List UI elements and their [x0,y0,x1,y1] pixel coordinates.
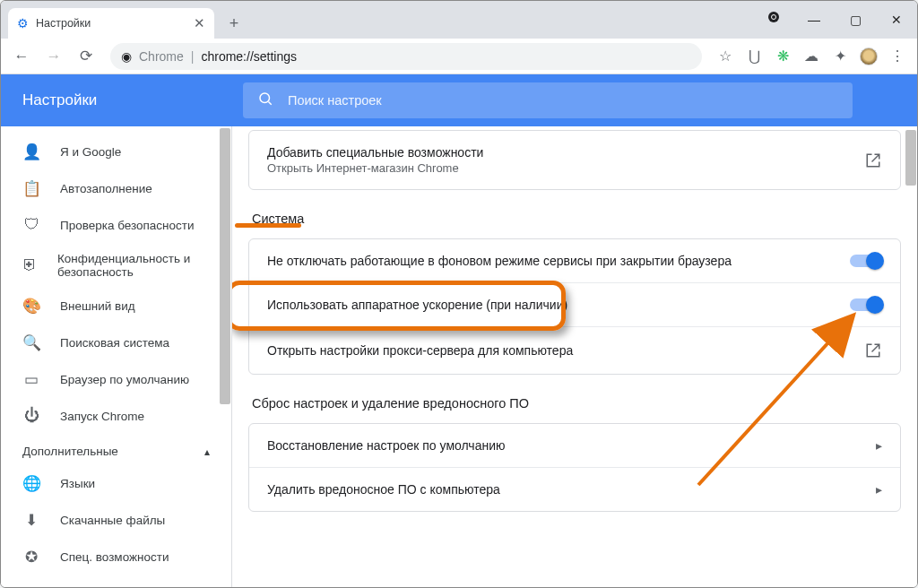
forward-button[interactable]: → [40,43,67,70]
row-label: Удалить вредоносное ПО с компьютера [267,482,500,497]
toolbar-right: ☆ ⋃ ❋ ☁ ✦ ⋮ [713,44,910,69]
titlebar: ⚙ Настройки ✕ + — ▢ ✕ [1,1,917,39]
row-title: Добавить специальные возможности [267,145,483,160]
extensions-icon[interactable]: ✦ [827,44,853,69]
sidebar-item-label: Я и Google [60,145,121,159]
search-icon: 🔍 [22,333,40,352]
palette-icon: 🎨 [22,297,40,316]
settings-title: Настройки [1,91,243,109]
search-icon [257,91,273,110]
open-external-icon [864,151,882,169]
svg-line-1 [268,101,271,104]
settings-search[interactable] [243,82,853,118]
sidebar-group-label: Дополнительные [22,445,118,458]
sidebar-item-label: Автозаполнение [60,182,152,195]
address-bar: ← → ⟳ ◉ Chrome | chrome://settings ☆ ⋃ ❋… [1,39,917,74]
svg-point-0 [260,93,270,103]
sidebar-item-label: Браузер по умолчанию [60,373,189,386]
hardware-acceleration-toggle[interactable] [850,298,882,311]
globe-icon: 🌐 [22,474,40,493]
row-label: Использовать аппаратное ускорение (при н… [267,298,567,312]
chevron-up-icon: ▴ [204,445,210,458]
reset-card: Восстановление настроек по умолчанию ▸ У… [248,423,901,512]
tab-icon: ▭ [22,370,40,389]
sidebar-item-profile[interactable]: 👤 Я и Google [1,134,231,170]
settings-sidebar[interactable]: 👤 Я и Google 📋 Автозаполнение 🛡 Проверка… [1,126,232,587]
sidebar-item-label: Конфиденциальность и безопасность [57,252,210,279]
close-tab-icon[interactable]: ✕ [194,15,205,31]
system-card: Не отключать работающие в фоновом режиме… [248,238,901,375]
shield-icon: ⛨ [22,256,38,274]
minimize-button[interactable]: — [793,1,835,39]
row-subtitle: Открыть Интернет-магазин Chrome [267,161,483,175]
hardware-acceleration-row[interactable]: Использовать аппаратное ускорение (при н… [249,282,900,326]
sidebar-item-label: Поисковая система [60,336,169,350]
background-apps-toggle[interactable] [850,255,882,267]
annotation-underline [235,223,301,228]
sidebar-item-search[interactable]: 🔍 Поисковая система [1,324,231,361]
evernote-icon[interactable]: ❋ [770,44,795,69]
sidebar-item-languages[interactable]: 🌐 Языки [1,465,231,502]
pocket-icon[interactable]: ⋃ [741,44,766,69]
sidebar-item-startup[interactable]: ⏻ Запуск Chrome [1,398,231,434]
system-section-heading: Система [252,212,897,226]
sidebar-item-accessibility[interactable]: ✪ Спец. возможности [1,539,231,575]
window-controls: — ▢ ✕ [793,1,917,39]
row-label: Восстановление настроек по умолчанию [267,438,505,453]
row-label: Открыть настройки прокси-сервера для ком… [267,343,573,358]
omnibox-origin-label: Chrome [139,49,184,64]
background-apps-row[interactable]: Не отключать работающие в фоновом режиме… [249,239,900,282]
sidebar-item-default-browser[interactable]: ▭ Браузер по умолчанию [1,361,231,398]
cleanup-row[interactable]: Удалить вредоносное ПО с компьютера ▸ [249,467,900,511]
sidebar-item-appearance[interactable]: 🎨 Внешний вид [1,288,231,324]
accessibility-card: Добавить специальные возможности Открыть… [248,130,901,190]
sidebar-item-label: Запуск Chrome [60,410,144,423]
profile-avatar[interactable] [856,44,881,69]
chevron-right-icon: ▸ [876,438,882,453]
settings-search-input[interactable] [288,93,838,108]
clipboard-icon: 📋 [22,179,40,198]
browser-tab[interactable]: ⚙ Настройки ✕ [8,8,214,39]
add-accessibility-row[interactable]: Добавить специальные возможности Открыть… [249,131,900,189]
sidebar-item-label: Проверка безопасности [60,219,195,232]
settings-main[interactable]: Добавить специальные возможности Открыть… [232,126,917,587]
main-scrollbar[interactable] [904,126,917,587]
settings-body: 👤 Я и Google 📋 Автозаполнение 🛡 Проверка… [1,126,917,587]
back-button[interactable]: ← [8,43,35,70]
kebab-menu-icon[interactable]: ⋮ [885,44,910,69]
sidebar-item-label: Языки [60,477,95,490]
sync-icon[interactable]: ☁ [799,44,824,69]
reload-button[interactable]: ⟳ [73,43,100,70]
sidebar-item-safety-check[interactable]: 🛡 Проверка безопасности [1,207,231,243]
omnibox-divider: | [191,49,195,64]
maximize-button[interactable]: ▢ [835,1,876,39]
new-tab-button[interactable]: + [221,11,247,36]
power-icon: ⏻ [22,407,40,425]
incognito-indicator-icon [768,12,779,22]
sidebar-item-downloads[interactable]: ⬇ Скачанные файлы [1,502,231,539]
proxy-settings-row[interactable]: Открыть настройки прокси-сервера для ком… [249,326,900,374]
shield-check-icon: 🛡 [22,216,40,234]
sidebar-item-label: Внешний вид [60,299,135,313]
chevron-right-icon: ▸ [876,482,882,497]
row-label: Не отключать работающие в фоновом режиме… [267,254,732,268]
omnibox[interactable]: ◉ Chrome | chrome://settings [110,43,702,70]
accessibility-icon: ✪ [22,548,40,566]
reset-section-heading: Сброс настроек и удаление вредоносного П… [252,396,897,411]
close-window-button[interactable]: ✕ [876,1,917,39]
sidebar-item-label: Скачанные файлы [60,514,165,527]
tab-title: Настройки [36,17,91,30]
sidebar-group-advanced[interactable]: Дополнительные ▴ [1,434,231,465]
sidebar-item-autofill[interactable]: 📋 Автозаполнение [1,170,231,207]
sidebar-item-privacy[interactable]: ⛨ Конфиденциальность и безопасность [1,243,231,288]
window-frame: ⚙ Настройки ✕ + — ▢ ✕ ← → ⟳ ◉ Chrome | c… [0,0,918,588]
site-info-icon[interactable]: ◉ [121,49,132,64]
omnibox-url: chrome://settings [201,49,297,64]
download-icon: ⬇ [22,511,40,530]
gear-icon: ⚙ [17,16,29,30]
settings-header: Настройки [1,74,917,126]
bookmark-star-icon[interactable]: ☆ [713,44,738,69]
open-external-icon [864,342,882,359]
restore-defaults-row[interactable]: Восстановление настроек по умолчанию ▸ [249,424,900,467]
sidebar-item-label: Спец. возможности [60,550,169,564]
